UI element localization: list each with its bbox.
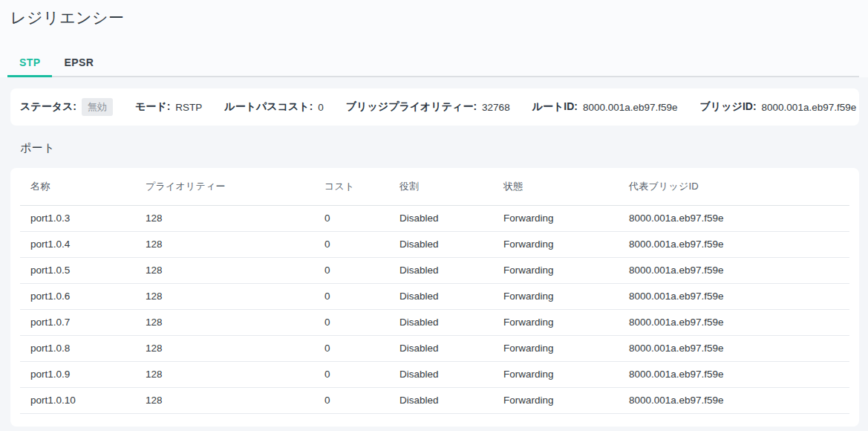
cost-cell: 0 (314, 205, 389, 231)
priority-cell: 128 (135, 257, 314, 283)
page-header: レジリエンシー STP EPSR (0, 0, 868, 77)
bridge-id-label: ブリッジID: (700, 100, 757, 114)
root-path-cost-field: ルートパスコスト: 0 (224, 100, 323, 114)
cost-cell: 0 (314, 387, 389, 413)
state-cell: Forwarding (493, 361, 619, 387)
root-id-value: 8000.001a.eb97.f59e (583, 102, 678, 113)
designated-bridge-id-cell: 8000.001a.eb97.f59e (619, 283, 849, 309)
column-header-state: 状態 (493, 168, 619, 205)
priority-cell: 128 (135, 205, 314, 231)
port-name-cell: port1.0.5 (20, 257, 135, 283)
column-header-designated-bridge-id: 代表ブリッジID (619, 168, 849, 205)
stp-status-bar: ステータス: 無効 モード: RSTP ルートパスコスト: 0 ブリッジプライオ… (10, 88, 859, 126)
table-row: port1.0.41280DisabledForwarding8000.001a… (20, 231, 849, 257)
bridge-id-value: 8000.001a.eb97.f59e (762, 102, 857, 113)
designated-bridge-id-cell: 8000.001a.eb97.f59e (619, 309, 849, 335)
mode-value: RSTP (175, 102, 202, 113)
port-table: 名称 プライオリティー コスト 役割 状態 代表ブリッジID port1.0.3… (20, 168, 849, 414)
table-row: port1.0.81280DisabledForwarding8000.001a… (20, 335, 849, 361)
port-name-cell: port1.0.6 (20, 283, 135, 309)
port-name-cell: port1.0.9 (20, 361, 135, 387)
state-cell: Forwarding (493, 283, 619, 309)
table-row: port1.0.101280DisabledForwarding8000.001… (20, 387, 849, 413)
state-cell: Forwarding (493, 257, 619, 283)
port-table-card: 名称 プライオリティー コスト 役割 状態 代表ブリッジID port1.0.3… (10, 168, 859, 427)
priority-cell: 128 (135, 231, 314, 257)
status-badge: 無効 (82, 98, 113, 116)
column-header-cost: コスト (314, 168, 389, 205)
state-cell: Forwarding (493, 309, 619, 335)
role-cell: Disabled (389, 335, 493, 361)
state-cell: Forwarding (493, 205, 619, 231)
cost-cell: 0 (314, 257, 389, 283)
port-name-cell: port1.0.3 (20, 205, 135, 231)
bridge-priority-label: ブリッジプライオリティー: (346, 100, 477, 114)
cost-cell: 0 (314, 335, 389, 361)
role-cell: Disabled (389, 231, 493, 257)
designated-bridge-id-cell: 8000.001a.eb97.f59e (619, 231, 849, 257)
state-cell: Forwarding (493, 231, 619, 257)
root-path-cost-label: ルートパスコスト: (224, 100, 313, 114)
role-cell: Disabled (389, 361, 493, 387)
priority-cell: 128 (135, 361, 314, 387)
priority-cell: 128 (135, 309, 314, 335)
tab-bar: STP EPSR (7, 48, 859, 77)
port-name-cell: port1.0.7 (20, 309, 135, 335)
column-header-role: 役割 (389, 168, 493, 205)
status-field: ステータス: 無効 (20, 98, 113, 116)
mode-label: モード: (135, 100, 170, 114)
table-row: port1.0.71280DisabledForwarding8000.001a… (20, 309, 849, 335)
table-header-row: 名称 プライオリティー コスト 役割 状態 代表ブリッジID (20, 168, 849, 205)
port-name-cell: port1.0.10 (20, 387, 135, 413)
role-cell: Disabled (389, 387, 493, 413)
priority-cell: 128 (135, 335, 314, 361)
root-id-label: ルートID: (532, 100, 578, 114)
designated-bridge-id-cell: 8000.001a.eb97.f59e (619, 387, 849, 413)
table-row: port1.0.61280DisabledForwarding8000.001a… (20, 283, 849, 309)
bridge-priority-field: ブリッジプライオリティー: 32768 (346, 100, 510, 114)
bridge-id-field: ブリッジID: 8000.001a.eb97.f59e (700, 100, 857, 114)
port-name-cell: port1.0.8 (20, 335, 135, 361)
column-header-priority: プライオリティー (135, 168, 314, 205)
column-header-name: 名称 (20, 168, 135, 205)
role-cell: Disabled (389, 257, 493, 283)
port-name-cell: port1.0.4 (20, 231, 135, 257)
cost-cell: 0 (314, 309, 389, 335)
mode-field: モード: RSTP (135, 100, 202, 114)
designated-bridge-id-cell: 8000.001a.eb97.f59e (619, 335, 849, 361)
cost-cell: 0 (314, 231, 389, 257)
tab-epsr[interactable]: EPSR (52, 48, 105, 76)
bridge-priority-value: 32768 (482, 102, 510, 113)
content-area: ステータス: 無効 モード: RSTP ルートパスコスト: 0 ブリッジプライオ… (0, 77, 868, 431)
role-cell: Disabled (389, 205, 493, 231)
state-cell: Forwarding (493, 335, 619, 361)
table-row: port1.0.51280DisabledForwarding8000.001a… (20, 257, 849, 283)
designated-bridge-id-cell: 8000.001a.eb97.f59e (619, 361, 849, 387)
tab-stp[interactable]: STP (7, 48, 52, 76)
role-cell: Disabled (389, 309, 493, 335)
root-id-field: ルートID: 8000.001a.eb97.f59e (532, 100, 678, 114)
table-row: port1.0.91280DisabledForwarding8000.001a… (20, 361, 849, 387)
table-row: port1.0.31280DisabledForwarding8000.001a… (20, 205, 849, 231)
priority-cell: 128 (135, 283, 314, 309)
priority-cell: 128 (135, 387, 314, 413)
page-title: レジリエンシー (10, 7, 868, 28)
status-label: ステータス: (20, 100, 76, 114)
designated-bridge-id-cell: 8000.001a.eb97.f59e (619, 205, 849, 231)
port-section-title: ポート (20, 141, 859, 155)
cost-cell: 0 (314, 361, 389, 387)
root-path-cost-value: 0 (318, 102, 324, 113)
designated-bridge-id-cell: 8000.001a.eb97.f59e (619, 257, 849, 283)
cost-cell: 0 (314, 283, 389, 309)
state-cell: Forwarding (493, 387, 619, 413)
role-cell: Disabled (389, 283, 493, 309)
